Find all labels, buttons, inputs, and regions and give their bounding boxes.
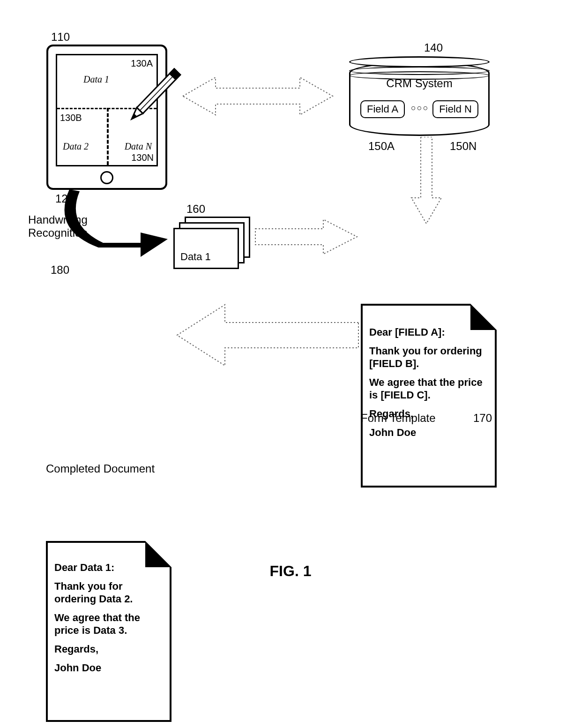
ref-150A: 150A (368, 140, 395, 153)
template-line-2: Thank you for ordering [FIELD B]. (369, 345, 488, 370)
completed-line-3: We agree that the price is Data 3. (54, 612, 163, 637)
right-arrow-icon (253, 216, 361, 258)
ref-160: 160 (186, 203, 205, 216)
completed-line-4: Regards, (54, 643, 163, 655)
svg-marker-5 (183, 77, 333, 115)
form-template-caption: Form Template (361, 412, 436, 425)
crm-title: CRM System (349, 77, 490, 90)
ref-150N: 150N (450, 140, 477, 153)
svg-marker-7 (255, 219, 357, 254)
ref-110: 110 (51, 30, 70, 44)
svg-marker-8 (177, 305, 358, 366)
figure-label: FIG. 1 (0, 563, 581, 580)
svg-line-4 (140, 76, 172, 111)
ref-180: 180 (51, 263, 69, 277)
bidirectional-arrow-icon (178, 70, 337, 122)
down-arrow-icon (408, 137, 445, 226)
data-card-stack: Data 1 (173, 217, 258, 273)
completed-line-5: John Doe (54, 662, 163, 674)
field-ellipsis: ○○○ (411, 103, 429, 113)
completed-line-2: Thank you for ordering Data 2. (54, 580, 163, 605)
region-a-label: Data 1 (83, 74, 109, 85)
ref-130N: 130N (131, 152, 154, 163)
pencil-icon (112, 61, 187, 141)
template-line-3: We agree that the price is [FIELD C]. (369, 376, 488, 401)
template-line-5: John Doe (369, 427, 488, 439)
data-card-label: Data 1 (180, 251, 211, 263)
ref-130B: 130B (60, 113, 82, 123)
home-button-icon (100, 171, 113, 184)
screen-vertical-divider (107, 108, 109, 165)
form-template-doc: Dear [FIELD A]: Thank you for ordering [… (361, 304, 497, 488)
ref-170: 170 (473, 412, 492, 425)
svg-marker-6 (411, 137, 441, 224)
field-n-box: Field N (432, 100, 478, 118)
crm-cylinder: CRM System Field A ○○○ Field N (349, 56, 490, 136)
region-n-label: Data N (125, 141, 152, 152)
ref-140: 140 (424, 41, 443, 54)
handwriting-recognition-label: Handwriting Recognition (28, 213, 88, 240)
field-a-box: Field A (360, 100, 405, 118)
region-b-label: Data 2 (63, 141, 89, 152)
completed-doc-caption: Completed Document (46, 462, 155, 475)
left-arrow-icon (173, 300, 361, 370)
